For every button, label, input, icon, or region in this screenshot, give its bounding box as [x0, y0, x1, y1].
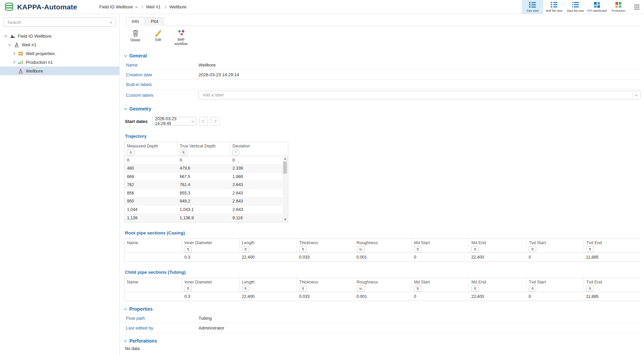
menu-hamburger-icon[interactable]	[629, 0, 644, 14]
tree-item-label: Wellbore	[26, 69, 43, 74]
app-title: KAPPA-Automate	[17, 3, 77, 11]
scroll-down-icon[interactable]	[283, 217, 288, 222]
nav-well-flat-view[interactable]: Well flat view	[543, 0, 565, 14]
start-date-dropdown[interactable]: 2026-03-23 14:29:45	[152, 117, 197, 126]
search-input[interactable]	[7, 19, 110, 25]
unit-button[interactable]: ft	[242, 285, 249, 292]
table-row[interactable]: 480479.62.339	[125, 165, 288, 173]
logo-area: KAPPA-Automate	[4, 0, 77, 14]
unit-button[interactable]: ft	[586, 246, 594, 252]
table-row[interactable]: 0.3 22,400 0.033 0.001 0 22,400 0 11,885	[125, 253, 641, 261]
previous-date-button[interactable]	[199, 117, 208, 126]
unit-button[interactable]: ft	[242, 246, 249, 252]
unit-button[interactable]: ft	[529, 246, 536, 252]
column-header: Inner Diameterft	[182, 239, 240, 253]
nav-pta-dashboard[interactable]: PTA dashboard	[586, 0, 608, 14]
breadcrumb-wellbore[interactable]: Wellbore	[169, 4, 186, 9]
unit-button[interactable]: in	[357, 285, 365, 292]
nav-tree-view[interactable]: Tree view	[522, 0, 543, 14]
field-value: Tubing	[199, 316, 212, 321]
tree-item-field[interactable]: Field IG Wellbore	[0, 32, 119, 40]
field-label: Flow path	[126, 316, 199, 321]
tree-item-label: Field IG Wellbore	[18, 34, 51, 39]
table-row[interactable]: 0.3 22,400 0.033 0.001 0 22,400 0 11,885	[125, 292, 641, 301]
breadcrumb-field[interactable]: Field IG Wellbore	[99, 4, 137, 9]
table-row[interactable]: 668667.51.869	[125, 173, 288, 181]
no-data-text: No data	[124, 346, 641, 351]
table-row[interactable]: 762761.42.643	[125, 181, 288, 189]
scrollbar-thumb[interactable]	[283, 162, 287, 174]
column-header: Lengthft	[240, 239, 297, 253]
trash-icon	[132, 29, 139, 37]
chevron-down-icon[interactable]	[4, 36, 7, 37]
edit-button[interactable]: Edit	[148, 29, 168, 46]
delete-button[interactable]: Delete	[126, 29, 145, 46]
section-title: Properties	[129, 306, 153, 312]
section-general[interactable]: General	[124, 53, 641, 58]
tab-plot[interactable]: Plot	[145, 17, 164, 26]
collapse-chevron-icon	[124, 54, 127, 57]
table-row[interactable]: 1,1391,136.99.116	[125, 214, 288, 222]
unit-button[interactable]: ft	[471, 285, 479, 292]
section-perforations[interactable]: Perforations	[124, 338, 641, 344]
tubing-title: Child pipe sections (Tubing)	[125, 270, 641, 275]
breadcrumb-well[interactable]: Well #1	[146, 4, 161, 9]
chevron-right-icon[interactable]	[12, 61, 15, 63]
kappa-logo-icon	[4, 2, 14, 11]
tree-item-well-properties[interactable]: Well properties	[0, 49, 119, 58]
next-date-button[interactable]	[211, 117, 219, 126]
vertical-scrollbar[interactable]	[283, 156, 288, 222]
breadcrumb: Field IG Wellbore Well #1 Wellbore	[99, 0, 186, 14]
section-title: Perforations	[129, 338, 157, 344]
tree-item-wellbore[interactable]: Wellbore	[0, 66, 119, 75]
field-label: Name	[126, 62, 199, 68]
trajectory-body: 000 480479.62.339 668667.51.869 762761.4…	[125, 156, 288, 222]
unit-button[interactable]: ft	[299, 285, 307, 292]
tree-item-well[interactable]: Well #1	[0, 40, 119, 49]
add-label-input[interactable]	[202, 92, 630, 98]
clear-search-icon[interactable]: ×	[110, 20, 113, 25]
column-header: Md Startft	[412, 278, 469, 292]
unit-button[interactable]: ft	[414, 285, 421, 292]
section-geometry[interactable]: Geometry	[124, 106, 641, 112]
table-row[interactable]: 856855.32.643	[125, 189, 288, 197]
column-header: Deviation °	[230, 142, 288, 156]
unit-button[interactable]: ft	[529, 285, 536, 292]
field-label: Custom labels	[126, 93, 199, 98]
sidebar: × Field IG Wellbore	[0, 14, 120, 355]
table-row[interactable]: 000	[125, 156, 288, 165]
table-row[interactable]: 1,0441,043.12.643	[125, 206, 288, 214]
unit-button[interactable]: ft	[299, 246, 307, 252]
unit-button[interactable]: ft	[471, 246, 479, 252]
main-panel: Info Plot Delete	[120, 14, 644, 355]
unit-button[interactable]: ft	[414, 246, 421, 252]
table-row[interactable]: 950949.22.643	[125, 197, 288, 206]
bhp-workflow-button[interactable]: BHP workflow	[171, 29, 191, 46]
nav-label: Production	[612, 9, 626, 12]
tree-item-production[interactable]: Production #1	[0, 58, 119, 66]
pencil-icon	[155, 29, 162, 37]
field-value: Administrator	[199, 325, 224, 330]
unit-button[interactable]: ft	[184, 285, 192, 292]
section-properties[interactable]: Properties	[124, 306, 641, 312]
breadcrumb-separator-icon	[164, 6, 166, 8]
nav-production[interactable]: Production	[608, 0, 629, 14]
nav-data-flat-view[interactable]: Data flat view	[565, 0, 586, 14]
unit-button[interactable]: ft	[180, 149, 187, 156]
tree-view: Field IG Wellbore Well #1	[0, 32, 119, 75]
tab-info[interactable]: Info	[126, 17, 144, 26]
trajectory-table: Measured Depth ft True Vertical Depth ft…	[124, 142, 288, 222]
collapse-chevron-icon	[124, 307, 127, 310]
chevron-right-icon[interactable]	[12, 52, 15, 54]
chevron-down-icon[interactable]	[8, 44, 11, 45]
column-header: Measured Depth ft	[125, 142, 177, 156]
scroll-up-icon[interactable]	[283, 156, 288, 161]
field-flow-path: Flow path Tubing	[124, 313, 641, 323]
unit-button[interactable]: in	[357, 246, 365, 252]
unit-button[interactable]: ft	[184, 246, 192, 252]
unit-button[interactable]: °	[232, 149, 239, 156]
section-title: General	[129, 53, 147, 58]
chevron-down-icon[interactable]	[635, 93, 638, 96]
unit-button[interactable]: ft	[127, 149, 134, 156]
unit-button[interactable]: ft	[586, 285, 594, 292]
